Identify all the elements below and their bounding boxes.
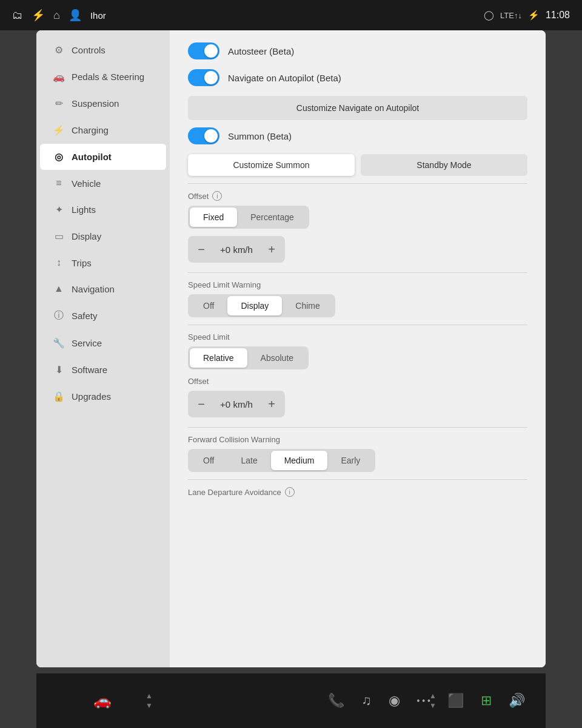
- customize-navigate-button[interactable]: Customize Navigate on Autopilot: [188, 96, 527, 120]
- summon-row: Summon (Beta): [188, 127, 527, 144]
- absolute-option-button[interactable]: Absolute: [247, 348, 307, 368]
- status-bar-left: 🗂 ⚡ ⌂ 👤 Ihor: [12, 8, 106, 22]
- slw-chime-button[interactable]: Chime: [282, 296, 333, 315]
- circle-status-icon: ◯: [484, 10, 494, 21]
- home-icon: ⌂: [53, 9, 60, 22]
- taskbar: 🚗 ▲ ▼ 📞 ♫ ◉ • • • ⬛ ⊞ 🔊 ▲ ▼: [36, 673, 546, 728]
- sidebar-item-autopilot[interactable]: ◎ Autopilot: [40, 144, 166, 170]
- lane-departure-text: Lane Departure Avoidance: [188, 488, 281, 497]
- speed-offset-stepper: − +0 km/h +: [188, 236, 285, 263]
- upgrades-icon: 🔒: [52, 391, 65, 402]
- percentage-option-button[interactable]: Percentage: [237, 207, 307, 227]
- sidebar-item-suspension[interactable]: ✏ Suspension: [40, 90, 166, 116]
- sidebar-item-trips[interactable]: ↕ Trips: [40, 250, 166, 275]
- status-bar: 🗂 ⚡ ⌂ 👤 Ihor ◯ LTE↑↓ ⚡ 11:08: [0, 0, 582, 30]
- sidebar-label-safety: Safety: [72, 311, 98, 321]
- fcw-off-button[interactable]: Off: [190, 451, 227, 470]
- fcw-late-button[interactable]: Late: [227, 451, 270, 470]
- fcw-medium-button[interactable]: Medium: [271, 451, 328, 470]
- customize-summon-button[interactable]: Customize Summon: [188, 154, 355, 176]
- lights-icon: ✦: [52, 204, 65, 215]
- offset-info-icon[interactable]: i: [212, 191, 222, 201]
- sidebar-label-controls: Controls: [72, 45, 105, 55]
- sidebar-label-lights: Lights: [72, 204, 96, 215]
- sidebar-item-charging[interactable]: ⚡ Charging: [40, 117, 166, 143]
- service-icon: 🔧: [52, 337, 65, 349]
- energy-icon: ⬛: [447, 693, 464, 709]
- sidebar-label-pedals: Pedals & Steering: [72, 72, 144, 82]
- sidebar-item-navigation[interactable]: ▲ Navigation: [40, 276, 166, 302]
- fixed-option-button[interactable]: Fixed: [190, 207, 237, 227]
- offset-decrement-button[interactable]: −: [190, 238, 212, 260]
- car-taskbar-icon[interactable]: 🚗: [85, 687, 120, 714]
- speed-limit-offset-label: Offset: [188, 377, 527, 386]
- sidebar-label-vehicle: Vehicle: [72, 178, 101, 189]
- main-content-area: ⚙ Controls 🚗 Pedals & Steering ✏ Suspens…: [36, 30, 546, 667]
- more-icon: • • •: [417, 696, 430, 706]
- sidebar-item-upgrades[interactable]: 🔒 Upgrades: [40, 383, 166, 410]
- lane-departure-info-icon[interactable]: i: [285, 487, 295, 497]
- folder-icon: 🗂: [12, 9, 23, 22]
- taskbar-volume[interactable]: 🔊: [500, 688, 534, 713]
- speed-limit-segmented: Relative Absolute: [188, 346, 309, 369]
- volume-icon: 🔊: [509, 693, 525, 709]
- suspension-icon: ✏: [52, 98, 65, 109]
- slw-display-button[interactable]: Display: [227, 296, 282, 315]
- taskbar-phone[interactable]: 📞: [319, 688, 353, 713]
- content-panel: Autosteer (Beta) Navigate on Autopilot (…: [170, 30, 546, 667]
- apps-icon: ⊞: [481, 693, 492, 709]
- summon-actions-row: Customize Summon Standby Mode: [188, 154, 527, 176]
- nav-icon: ◉: [389, 693, 400, 709]
- chevron-up-right-icon: ▲: [429, 692, 436, 700]
- forward-collision-text: Forward Collision Warning: [188, 435, 280, 444]
- fcw-early-button[interactable]: Early: [327, 451, 373, 470]
- taskbar-apps[interactable]: ⊞: [472, 688, 500, 713]
- autosteer-row: Autosteer (Beta): [188, 42, 527, 59]
- sidebar-item-safety[interactable]: ⓘ Safety: [40, 302, 166, 329]
- sl-offset-decrement-button[interactable]: −: [190, 393, 212, 415]
- speed-limit-section-label: Speed Limit: [188, 332, 527, 342]
- sidebar-item-display[interactable]: ▭ Display: [40, 223, 166, 249]
- summon-toggle[interactable]: [188, 127, 219, 144]
- lightning-icon: ⚡: [32, 8, 45, 22]
- sidebar-label-display: Display: [72, 231, 101, 241]
- taskbar-audio[interactable]: ♫: [353, 688, 380, 713]
- sidebar-label-service: Service: [72, 338, 102, 348]
- divider-4: [188, 427, 527, 428]
- navigation-icon: ▲: [52, 283, 65, 294]
- standby-mode-button[interactable]: Standby Mode: [361, 154, 527, 176]
- sidebar-item-lights[interactable]: ✦ Lights: [40, 197, 166, 223]
- sidebar-item-controls[interactable]: ⚙ Controls: [40, 37, 166, 63]
- status-bar-right: ◯ LTE↑↓ ⚡ 11:08: [484, 10, 570, 21]
- taskbar-nav[interactable]: ◉: [380, 688, 409, 713]
- divider-3: [188, 325, 527, 325]
- sidebar-item-pedals[interactable]: 🚗 Pedals & Steering: [40, 64, 166, 90]
- relative-option-button[interactable]: Relative: [190, 348, 247, 368]
- trips-icon: ↕: [52, 257, 65, 268]
- speed-limit-warning-text: Speed Limit Warning: [188, 280, 261, 289]
- autosteer-toggle[interactable]: [188, 42, 219, 59]
- forward-collision-label: Forward Collision Warning: [188, 435, 527, 444]
- taskbar-energy[interactable]: ⬛: [439, 688, 472, 713]
- chevron-down-right-icon: ▼: [429, 701, 436, 710]
- sidebar-item-service[interactable]: 🔧 Service: [40, 330, 166, 356]
- sidebar: ⚙ Controls 🚗 Pedals & Steering ✏ Suspens…: [36, 30, 170, 667]
- speed-limit-warning-label: Speed Limit Warning: [188, 280, 527, 289]
- offset-increment-button[interactable]: +: [261, 238, 283, 260]
- chevron-up-icon: ▲: [146, 692, 153, 700]
- sidebar-item-vehicle[interactable]: ≡ Vehicle: [40, 170, 166, 196]
- safety-icon: ⓘ: [52, 309, 65, 322]
- autosteer-label: Autosteer (Beta): [228, 46, 294, 56]
- sl-offset-value-display: +0 km/h: [212, 399, 261, 410]
- speed-limit-text: Speed Limit: [188, 332, 230, 342]
- divider-5: [188, 479, 527, 480]
- divider-1: [188, 183, 527, 184]
- software-icon: ⬇: [52, 364, 65, 376]
- slw-off-button[interactable]: Off: [190, 296, 227, 315]
- sidebar-item-software[interactable]: ⬇ Software: [40, 357, 166, 383]
- sl-offset-increment-button[interactable]: +: [261, 393, 283, 415]
- charging-icon: ⚡: [52, 124, 65, 136]
- display-icon: ▭: [52, 231, 65, 242]
- navigate-autopilot-label: Navigate on Autopilot (Beta): [228, 73, 341, 83]
- navigate-autopilot-toggle[interactable]: [188, 69, 219, 86]
